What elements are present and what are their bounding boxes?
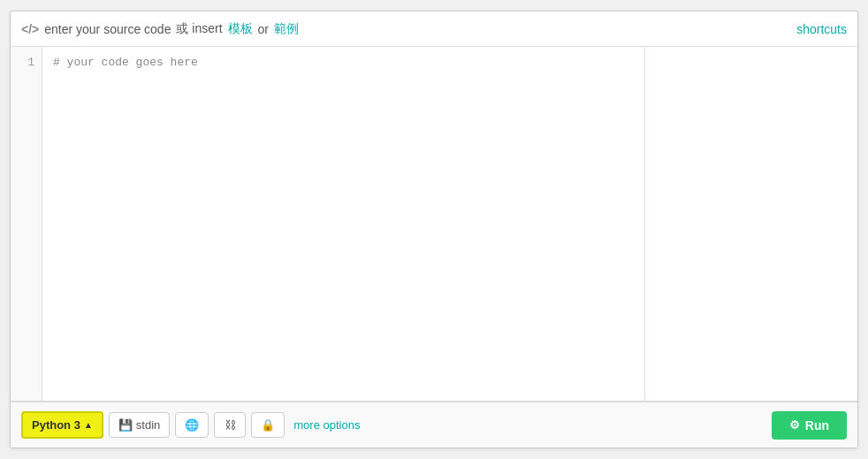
lock-button[interactable]: 🔒 [251, 412, 285, 438]
line-numbers: 1 [11, 47, 42, 401]
run-label: Run [805, 418, 829, 432]
code-brackets-icon: </> [21, 22, 39, 36]
gear-icon: ⚙ [789, 418, 800, 432]
globe-icon: 🌐 [185, 418, 199, 432]
editor-body: 1 # your code goes here [11, 47, 857, 402]
header-or2: or [258, 22, 269, 36]
run-button[interactable]: ⚙ Run [772, 411, 847, 440]
header-example[interactable]: 範例 [274, 21, 299, 37]
line-number-1: 1 [11, 54, 42, 72]
link-button[interactable]: ⛓ [214, 412, 246, 438]
globe-button[interactable]: 🌐 [175, 412, 209, 438]
editor-container: </> enter your source code 或 insert 模板 o… [10, 11, 858, 448]
language-label: Python 3 [32, 418, 80, 432]
editor-header: </> enter your source code 或 insert 模板 o… [11, 11, 857, 47]
lock-icon: 🔒 [261, 418, 275, 432]
stdin-disk-icon: 💾 [118, 418, 133, 432]
header-or1: 或 insert [176, 21, 222, 37]
stdin-label: stdin [136, 418, 160, 432]
more-options-link[interactable]: more options [290, 413, 363, 437]
editor-header-left: </> enter your source code 或 insert 模板 o… [21, 21, 299, 37]
editor-footer: Python 3 ▲ 💾 stdin 🌐 ⛓ 🔒 more options ⚙ … [11, 402, 857, 448]
header-template[interactable]: 模板 [228, 21, 253, 37]
link-icon: ⛓ [225, 418, 236, 432]
header-placeholder-text: enter your source code [44, 22, 171, 36]
language-arrow-icon: ▲ [84, 420, 93, 430]
language-selector-button[interactable]: Python 3 ▲ [21, 411, 103, 439]
stdin-button[interactable]: 💾 stdin [109, 412, 170, 438]
shortcuts-link[interactable]: shortcuts [796, 22, 847, 36]
right-panel [645, 47, 857, 401]
code-editor[interactable]: # your code goes here [42, 47, 644, 401]
